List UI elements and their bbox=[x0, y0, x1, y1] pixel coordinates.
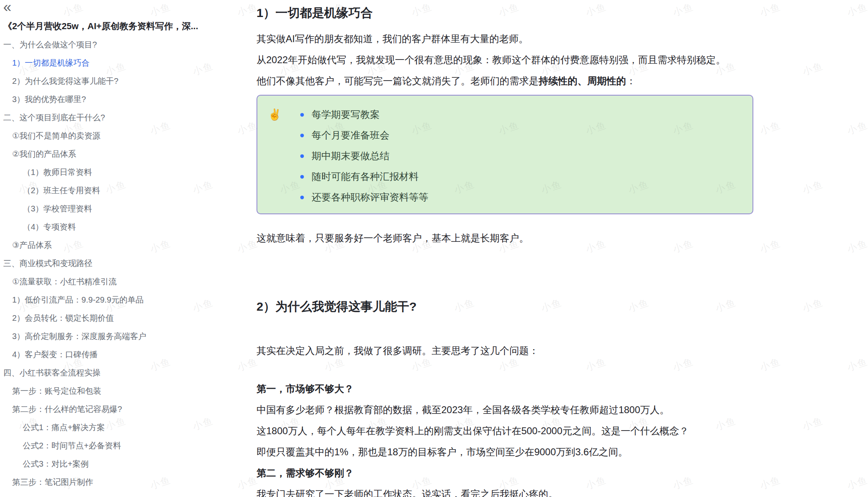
callout-list-item: 随时可能有各种汇报材料 bbox=[288, 170, 740, 183]
toc-item[interactable]: ②我们的产品体系 bbox=[3, 145, 242, 163]
toc-item[interactable]: 第一步：账号定位和包装 bbox=[3, 382, 242, 400]
bullet-dot-icon bbox=[300, 175, 304, 179]
callout-list: 每学期要写教案 每个月要准备班会 期中期末要做总结 随时可能有各种汇报材料 还要… bbox=[288, 108, 740, 204]
watermark: 小鱼 bbox=[845, 0, 868, 19]
toc-item[interactable]: 三、商业模式和变现路径 bbox=[3, 254, 242, 273]
watermark: 小鱼 bbox=[845, 474, 868, 493]
question-title: 第一，市场够不够大？ bbox=[257, 382, 767, 396]
callout-item-text: 还要各种职称评审资料等等 bbox=[312, 190, 428, 204]
toc-item[interactable]: 4）客户裂变：口碑传播 bbox=[3, 346, 242, 364]
toc-item[interactable]: ③产品体系 bbox=[3, 236, 242, 254]
bullet-dot-icon bbox=[300, 196, 304, 199]
bullet-dot-icon bbox=[300, 154, 304, 158]
watermark: 小鱼 bbox=[801, 178, 825, 197]
paragraph: 中国有多少老师？根据教育部的数据，截至2023年，全国各级各类学校专任教师超过1… bbox=[257, 403, 767, 417]
toc-item[interactable]: 公式2：时间节点+必备资料 bbox=[3, 437, 242, 455]
toc-item[interactable]: 第二步：什么样的笔记容易爆? bbox=[3, 400, 242, 418]
victory-hand-emoji: ✌️ bbox=[268, 109, 282, 121]
toc-sidebar: « 《2个半月营收25w，AI+原创教务资料写作，深... 一、为什么会做这个项… bbox=[0, 0, 247, 497]
toc-item[interactable]: 2）为什么我觉得这事儿能干? bbox=[3, 72, 242, 90]
toc-item[interactable]: 四、小红书获客全流程实操 bbox=[3, 364, 242, 382]
toc-item[interactable]: （3）学校管理资料 bbox=[3, 200, 242, 218]
toc-item-active[interactable]: 1）一切都是机缘巧合 bbox=[3, 54, 242, 72]
document-page: « 《2个半月营收25w，AI+原创教务资料写作，深... 一、为什么会做这个项… bbox=[0, 0, 868, 497]
toc-item[interactable]: 第三步：笔记图片制作 bbox=[3, 473, 242, 491]
paragraph: 这1800万人，每个人每年在教学资料上的刚需支出保守估计在500-2000元之间… bbox=[257, 424, 767, 438]
toc-item[interactable]: 一、为什么会做这个项目? bbox=[3, 36, 242, 54]
callout-item-text: 随时可能有各种汇报材料 bbox=[312, 170, 419, 183]
section-heading-2: 2）为什么我觉得这事儿能干? bbox=[257, 298, 767, 316]
paragraph: 其实做AI写作的朋友都知道，我们的客户群体里有大量的老师。 bbox=[257, 32, 767, 46]
toc-item[interactable]: 二、这个项目到底在干什么? bbox=[3, 109, 242, 127]
watermark: 小鱼 bbox=[801, 414, 825, 433]
toc-item[interactable]: 3）我的优势在哪里? bbox=[3, 90, 242, 109]
collapse-sidebar-button[interactable]: « bbox=[3, 0, 11, 15]
callout-item-text: 每学期要写教案 bbox=[312, 108, 380, 122]
watermark: 小鱼 bbox=[845, 237, 868, 256]
toc-item[interactable]: 3）高价定制服务：深度服务高端客户 bbox=[3, 327, 242, 346]
toc-item[interactable]: ①我们不是简单的卖资源 bbox=[3, 127, 242, 145]
bullet-dot-icon bbox=[300, 134, 304, 137]
watermark: 小鱼 bbox=[845, 355, 868, 374]
callout-list-item: 还要各种职称评审资料等等 bbox=[288, 190, 740, 204]
paragraph-text: 他们不像其他客户，可能写完一篇论文就消失了。老师们的需求是 bbox=[257, 75, 539, 86]
callout-item-text: 期中期末要做总结 bbox=[312, 149, 389, 163]
watermark: 小鱼 bbox=[845, 119, 868, 138]
callout-list-item: 每个月要准备班会 bbox=[288, 128, 740, 142]
paragraph: 从2022年开始做代写，我就发现一个很有意思的现象：教师这个群体的付费意愿特别强… bbox=[257, 53, 767, 67]
doc-title[interactable]: 《2个半月营收25w，AI+原创教务资料写作，深... bbox=[3, 20, 222, 32]
watermark: 小鱼 bbox=[801, 60, 825, 79]
paragraph: 这就意味着，只要服务好一个老师客户，基本上就是长期客户。 bbox=[257, 231, 767, 245]
toc-list: 一、为什么会做这个项目? 1）一切都是机缘巧合 2）为什么我觉得这事儿能干? 3… bbox=[3, 36, 242, 491]
paragraph: 他们不像其他客户，可能写完一篇论文就消失了。老师们的需求是持续性的、周期性的： bbox=[257, 74, 767, 88]
toc-item[interactable]: （2）班主任专用资料 bbox=[3, 181, 242, 200]
bullet-dot-icon bbox=[300, 113, 304, 117]
paragraph-text: ： bbox=[626, 75, 636, 86]
doc-content: 1）一切都是机缘巧合 其实做AI写作的朋友都知道，我们的客户群体里有大量的老师。… bbox=[257, 0, 767, 497]
toc-item[interactable]: ①流量获取：小红书精准引流 bbox=[3, 273, 242, 291]
paragraph-bold-text: 持续性的、周期性的 bbox=[539, 75, 626, 86]
toc-item[interactable]: 公式1：痛点+解决方案 bbox=[3, 418, 242, 437]
toc-item[interactable]: （4）专项资料 bbox=[3, 218, 242, 236]
toc-item[interactable]: 公式3：对比+案例 bbox=[3, 455, 242, 473]
toc-item[interactable]: 2）会员转化：锁定长期价值 bbox=[3, 309, 242, 327]
callout-item-text: 每个月要准备班会 bbox=[312, 128, 389, 142]
toc-item[interactable]: （1）教师日常资料 bbox=[3, 163, 242, 181]
section-heading-1: 1）一切都是机缘巧合 bbox=[257, 5, 767, 21]
double-chevron-left-icon: « bbox=[3, 0, 11, 15]
toc-item[interactable]: 1）低价引流产品：9.9-29.9元的单品 bbox=[3, 291, 242, 309]
watermark: 小鱼 bbox=[801, 296, 825, 315]
callout-list-item: 每学期要写教案 bbox=[288, 108, 740, 122]
callout-block: ✌️ 每学期要写教案 每个月要准备班会 期中期末要做总结 随时可能有各种汇报材料… bbox=[257, 95, 753, 214]
paragraph: 我专门去研究了一下老师的工作状态。说实话，看完之后我挺心疼的。 bbox=[257, 487, 767, 497]
callout-list-item: 期中期末要做总结 bbox=[288, 149, 740, 163]
paragraph: 其实在决定入局之前，我做了很多调研。主要思考了这几个问题： bbox=[257, 343, 767, 358]
question-title: 第二，需求够不够刚？ bbox=[257, 466, 767, 480]
paragraph: 即便只覆盖其中的1%，那也是18万的目标客户，市场空间至少在9000万到3.6亿… bbox=[257, 445, 767, 459]
